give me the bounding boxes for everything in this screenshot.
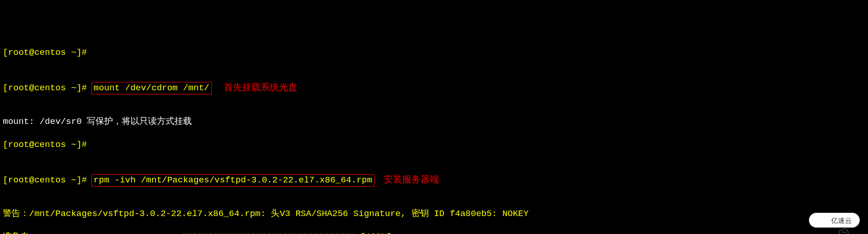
prompt: [root@centos ~]# [3, 82, 92, 94]
command-highlight-box: mount /dev/cdrom /mnt/ [91, 82, 212, 94]
terminal-line: 准备中... #################################… [3, 231, 868, 234]
watermark-badge: 亿速云 [809, 213, 860, 228]
terminal-line: [root@centos ~]# [3, 47, 868, 58]
terminal-line: [root@centos ~]# rpm -ivh /mnt/Packages/… [3, 174, 868, 185]
annotation-text: 安装服务器端 [384, 174, 439, 185]
terminal-line: 警告：/mnt/Packages/vsftpd-3.0.2-22.el7.x86… [3, 208, 868, 220]
annotation-text: 首先挂载系统光盘 [224, 82, 297, 93]
terminal-line: [root@centos ~]# mount /dev/cdrom /mnt/ … [3, 82, 868, 93]
cloud-icon [817, 216, 829, 224]
terminal-line: mount: /dev/sr0 写保护，将以只读方式挂载 [3, 116, 868, 128]
prompt: [root@centos ~]# [3, 175, 92, 186]
watermark-text: 亿速云 [831, 215, 852, 226]
command-highlight-box: rpm -ivh /mnt/Packages/vsftpd-3.0.2-22.e… [91, 174, 375, 187]
terminal-line: [root@centos ~]# [3, 139, 868, 151]
